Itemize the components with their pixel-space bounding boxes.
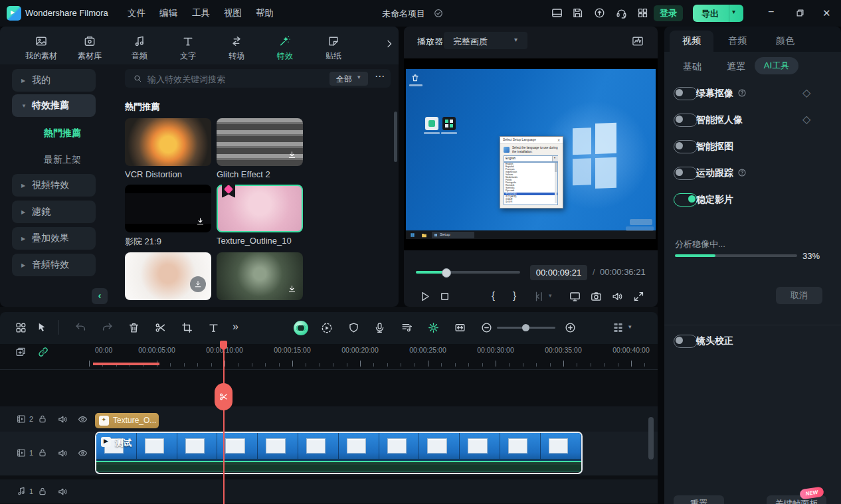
select-tool-icon[interactable] (36, 321, 48, 334)
zoom-to-fit-icon[interactable] (454, 321, 466, 334)
toggle-smart-cutout[interactable] (674, 140, 698, 153)
display-device-button[interactable] (569, 290, 581, 303)
auto-beat-sync-icon[interactable] (427, 321, 440, 334)
tab-video-active[interactable]: 视频 (670, 31, 713, 52)
cancel-button[interactable]: 取消 (776, 287, 822, 304)
effect-card-vcr[interactable]: VCR Distortion (125, 118, 211, 166)
apps-grid-icon[interactable] (636, 7, 649, 19)
voiceover-mic-icon[interactable] (373, 321, 386, 334)
reset-button[interactable]: 重置 (674, 495, 724, 504)
login-button[interactable]: 登录 (654, 5, 683, 21)
help-icon[interactable] (737, 88, 747, 98)
effect-card-cinema[interactable]: 影院 21:9 (125, 185, 211, 232)
trim-split-button-disabled[interactable] (531, 290, 544, 303)
split-scissors-icon[interactable] (154, 321, 167, 334)
menu-view[interactable]: 视图 (224, 7, 242, 19)
audio-mixer-icon[interactable] (401, 321, 413, 334)
playhead-scissors-button[interactable] (215, 383, 233, 410)
crop-icon[interactable] (181, 321, 193, 334)
texture-effect-clip[interactable]: ✦ Texture_O... (95, 413, 159, 428)
timeline-ruler[interactable]: 00:0000:00:05:0000:00:10:0000:00:15:0000… (0, 346, 658, 355)
sidebar-item-audio-effects[interactable]: ▶ 音頻特效 (12, 254, 96, 276)
zoom-in-icon[interactable] (564, 321, 577, 334)
close-button[interactable]: ✕ (822, 7, 831, 19)
lock-icon[interactable] (37, 414, 48, 424)
volume-button[interactable] (611, 290, 624, 303)
fullscreen-button[interactable] (632, 290, 645, 303)
mute-speaker-icon[interactable] (57, 448, 68, 459)
sidebar-item-newest[interactable]: 最新上架 (44, 154, 81, 166)
sidebar-item-overlays[interactable]: ▶ 疊加效果 (12, 227, 96, 250)
seek-bar[interactable] (416, 271, 520, 274)
render-preview-quality-icon[interactable] (631, 35, 644, 48)
mute-speaker-icon[interactable] (57, 486, 68, 497)
video-clip-selected[interactable]: ▶ 测试 (95, 432, 583, 474)
toggle-motion-tracking[interactable] (674, 167, 698, 180)
add-text-icon[interactable] (207, 321, 220, 334)
track-manager-icon[interactable] (611, 321, 625, 335)
subtab-ai-tools-active[interactable]: AI工具 (755, 57, 798, 74)
tab-audio[interactable]: 音频 (728, 35, 747, 47)
media-browser-icon[interactable] (15, 321, 27, 334)
undo-icon[interactable] (74, 321, 87, 334)
layout-icon[interactable] (551, 7, 563, 19)
menu-edit[interactable]: 编辑 (159, 7, 177, 19)
upload-cloud-icon[interactable] (593, 7, 606, 19)
subtab-mask[interactable]: 遮罩 (727, 61, 745, 73)
save-icon[interactable] (571, 7, 584, 19)
marker-shield-icon[interactable] (347, 321, 360, 334)
menu-help[interactable]: 帮助 (256, 7, 274, 19)
current-timecode[interactable]: 00:00:09:21 (530, 265, 587, 280)
mark-out-button[interactable]: } (513, 290, 516, 301)
sidebar-item-video-effects[interactable]: ▶ 視頻特效 (12, 174, 96, 197)
stop-button[interactable] (438, 290, 451, 303)
lock-icon[interactable] (37, 486, 48, 497)
quality-dropdown[interactable]: 完整画质 ▾ (444, 32, 527, 49)
filter-dropdown[interactable]: 全部 ▾ (329, 72, 368, 86)
more-tools-chevrons[interactable]: » (233, 321, 238, 333)
subtab-basic[interactable]: 基础 (683, 61, 701, 73)
zoom-out-icon[interactable] (480, 321, 493, 334)
zoom-slider-handle[interactable] (522, 324, 529, 331)
sidebar-item-filters[interactable]: ▶ 濾鏡 (12, 201, 96, 223)
effect-card-portrait[interactable] (125, 252, 211, 300)
sidebar-item-hot-selected[interactable]: 熱門推薦 (44, 127, 81, 139)
support-headset-icon[interactable] (615, 7, 628, 19)
sidebar-item-mine[interactable]: ▶ 我的 (12, 69, 96, 92)
effect-card-texture-selected[interactable]: Texture_Outline_10 (217, 185, 303, 232)
toggle-stabilization[interactable] (674, 193, 698, 207)
tabstrip-expand-chevron-icon[interactable] (384, 39, 395, 49)
toggle-ai-portrait[interactable] (674, 114, 698, 127)
ai-copilot-icon[interactable] (294, 321, 308, 335)
delete-icon[interactable] (128, 321, 140, 334)
chevron-down-icon[interactable]: ▾ (628, 323, 632, 330)
toggle-lens-correction[interactable] (674, 335, 698, 348)
mute-speaker-icon[interactable] (57, 414, 68, 425)
effect-card-forest[interactable] (217, 252, 303, 300)
effects-search-input[interactable]: 输入特效关键词搜索 全部 ▾ ⋯ (125, 69, 391, 88)
chevron-down-icon[interactable]: ▾ (549, 292, 552, 299)
restore-button[interactable] (795, 8, 805, 18)
timeline-scrollbar[interactable] (648, 417, 654, 460)
export-button[interactable]: 导出 ▾ (693, 5, 743, 22)
mark-in-button[interactable]: { (492, 290, 495, 301)
help-icon[interactable] (737, 168, 747, 177)
render-preview-icon[interactable] (320, 321, 333, 335)
playhead-line[interactable] (223, 343, 225, 504)
sidebar-item-recommended[interactable]: ▼ 特效推薦 (12, 94, 96, 117)
sidebar-collapse-button[interactable]: ‹ (92, 288, 108, 304)
eye-visibility-icon[interactable] (77, 448, 88, 459)
lock-icon[interactable] (37, 448, 48, 458)
tab-color[interactable]: 颜色 (776, 35, 794, 47)
redo-icon[interactable] (101, 321, 114, 334)
toggle-green-screen[interactable] (674, 87, 698, 100)
more-options-button[interactable]: ⋯ (375, 70, 385, 82)
play-button[interactable] (419, 290, 431, 303)
eye-visibility-icon[interactable] (77, 414, 88, 425)
effects-scrollbar[interactable] (394, 112, 397, 162)
minimize-button[interactable]: − (768, 6, 774, 18)
menu-tools[interactable]: 工具 (192, 7, 210, 19)
menu-file[interactable]: 文件 (128, 7, 145, 19)
effect-card-glitch[interactable]: Glitch Effect 2 (217, 118, 303, 166)
snapshot-camera-button[interactable] (590, 290, 603, 303)
